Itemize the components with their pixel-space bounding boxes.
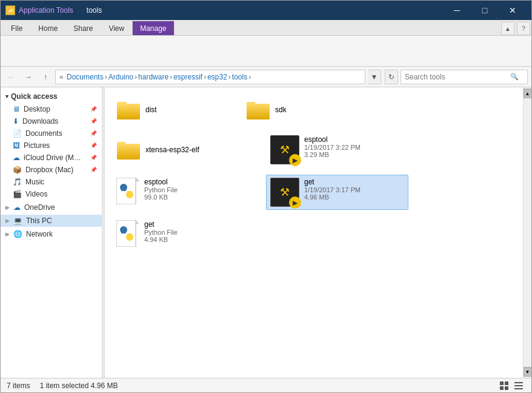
svg-rect-13: [121, 186, 126, 191]
search-icon: 🔍: [510, 73, 519, 81]
help-button[interactable]: ?: [517, 22, 530, 35]
file-info-get-tool: get 1/19/2017 3:17 PM 4.96 MB: [304, 178, 361, 201]
file-item-dist[interactable]: dist: [112, 95, 227, 125]
python-icon-get: [116, 220, 139, 247]
svg-rect-21: [500, 381, 504, 385]
sidebar-item-desktop[interactable]: 🖥 Desktop 📌: [1, 103, 102, 115]
search-box[interactable]: 🔍: [401, 70, 528, 84]
titlebar-title: tools: [87, 6, 102, 15]
folder-icon-sdk: [246, 98, 270, 122]
sidebar-music-label: Music: [25, 178, 44, 186]
dropbox-icon: 📦: [13, 166, 22, 174]
statusbar: 7 items 1 item selected 4.96 MB: [1, 378, 531, 392]
large-icon-view-btn[interactable]: [497, 379, 511, 392]
file-zone: dist sdk: [105, 87, 523, 378]
close-button[interactable]: ✕: [499, 1, 527, 20]
file-name-esptool-tool: esptool: [304, 135, 361, 144]
file-info-dist: dist: [145, 106, 157, 114]
up-button[interactable]: ↑: [38, 70, 53, 84]
file-size-get-py: 4.94 KB: [144, 236, 178, 243]
tab-view[interactable]: View: [101, 21, 132, 35]
sidebar: ▾ Quick access 🖥 Desktop 📌 ⬇ Downloads 📌…: [1, 87, 102, 378]
details-view-btn[interactable]: [512, 379, 525, 392]
sidebar-item-onedrive[interactable]: ▶ ☁ OneDrive: [1, 201, 102, 213]
titlebar-controls: ─ □ ✕: [443, 1, 527, 20]
search-input[interactable]: [405, 73, 508, 81]
tab-manage[interactable]: Manage: [132, 21, 174, 35]
svg-rect-24: [505, 386, 508, 390]
documents-icon: 📄: [13, 129, 22, 138]
svg-rect-15: [116, 220, 136, 247]
file-name-sdk: sdk: [275, 106, 287, 114]
sidebar-item-thispc[interactable]: ▶ 💻 This PC: [1, 215, 102, 227]
pin-icon-5: 📌: [90, 155, 97, 161]
pin-icon-3: 📌: [90, 130, 97, 136]
svg-rect-26: [514, 385, 523, 386]
scroll-up-btn[interactable]: ▲: [524, 89, 532, 98]
selection-info: 1 item selected 4.96 MB: [40, 381, 118, 390]
scrollbar[interactable]: ▲ ▼: [523, 87, 531, 378]
sidebar-section-onedrive: ▶ ☁ OneDrive: [1, 201, 102, 213]
path-esp32[interactable]: esp32: [207, 73, 227, 81]
sidebar-item-videos[interactable]: 🎬 Videos: [1, 188, 102, 200]
main-area: ▾ Quick access 🖥 Desktop 📌 ⬇ Downloads 📌…: [1, 87, 531, 378]
file-name-esptool-py: esptool: [144, 178, 178, 186]
path-hardware[interactable]: hardware: [138, 73, 168, 81]
sidebar-dropbox-label: Dropbox (Mac): [25, 166, 73, 174]
address-bar[interactable]: « Documents › Arduino › hardware › espre…: [55, 70, 365, 84]
svg-rect-22: [505, 381, 508, 385]
refresh-button[interactable]: ↻: [385, 70, 398, 84]
address-dropdown[interactable]: ▼: [368, 70, 381, 84]
tab-file[interactable]: File: [3, 21, 30, 35]
svg-marker-16: [136, 220, 139, 224]
file-item-esptool-py[interactable]: esptool Python File 99.0 KB: [112, 175, 251, 210]
sidebar-item-pictures[interactable]: 🖼 Pictures 📌: [1, 139, 102, 152]
file-date-esptool-tool: 1/19/2017 3:22 PM: [304, 144, 361, 151]
sidebar-item-network[interactable]: ▶ 🌐 Network: [1, 228, 102, 240]
titlebar-ribbon-label: Application Tools: [19, 6, 73, 15]
item-count: 7 items: [7, 381, 30, 390]
sidebar-videos-label: Videos: [25, 190, 47, 198]
svg-rect-27: [514, 388, 523, 389]
file-item-get-tool[interactable]: ⚒ ▶ get 1/19/2017 3:17 PM 4.96 MB: [266, 175, 408, 210]
path-tools[interactable]: tools: [232, 73, 247, 81]
sidebar-item-dropbox[interactable]: 📦 Dropbox (Mac) 📌: [1, 164, 102, 176]
file-info-get-py: get Python File 4.94 KB: [144, 220, 178, 243]
file-item-xtensa[interactable]: xtensa-esp32-elf: [112, 132, 251, 167]
sidebar-item-documents[interactable]: 📄 Documents 📌: [1, 127, 102, 139]
minimize-button[interactable]: ─: [443, 1, 471, 20]
thispc-icon: 💻: [13, 217, 22, 225]
ribbon-collapse-btn[interactable]: ▲: [501, 22, 514, 35]
svg-rect-19: [121, 229, 126, 233]
svg-rect-25: [514, 382, 523, 383]
tab-share[interactable]: Share: [65, 21, 101, 35]
file-size-esptool-py: 99.0 KB: [144, 193, 178, 201]
file-name-dist: dist: [145, 106, 157, 114]
scroll-down-btn[interactable]: ▼: [524, 367, 532, 377]
file-item-esptool-tool[interactable]: ⚒ ▶ esptool 1/19/2017 3:22 PM 3.29 MB: [266, 132, 405, 167]
sidebar-section-quick-access: ▾ Quick access 🖥 Desktop 📌 ⬇ Downloads 📌…: [1, 90, 102, 200]
sidebar-quick-access-header[interactable]: ▾ Quick access: [1, 90, 102, 103]
svg-rect-5: [247, 104, 270, 119]
path-documents[interactable]: Documents: [67, 73, 104, 81]
back-button[interactable]: ←: [4, 70, 19, 84]
addressbar: ← → ↑ « Documents › Arduino › hardware ›…: [1, 67, 531, 87]
file-info-esptool-tool: esptool 1/19/2017 3:22 PM 3.29 MB: [304, 135, 361, 158]
path-espressif[interactable]: espressif: [173, 73, 202, 81]
maximize-button[interactable]: □: [471, 1, 499, 20]
file-item-get-py[interactable]: get Python File 4.94 KB: [112, 217, 251, 250]
file-type-esptool-py: Python File: [144, 186, 178, 193]
sidebar-desktop-label: Desktop: [24, 105, 50, 113]
svg-rect-8: [116, 178, 136, 204]
file-item-sdk[interactable]: sdk: [242, 95, 357, 125]
file-name-get-tool: get: [304, 178, 361, 186]
sidebar-item-icloud[interactable]: ☁ iCloud Drive (Ma… 📌: [1, 152, 102, 164]
sidebar-item-music[interactable]: 🎵 Music: [1, 176, 102, 188]
file-info-xtensa: xtensa-esp32-elf: [145, 146, 199, 154]
statusbar-right: [497, 379, 525, 392]
svg-marker-10: [136, 178, 139, 181]
forward-button[interactable]: →: [21, 70, 36, 84]
sidebar-item-downloads[interactable]: ⬇ Downloads 📌: [1, 115, 102, 127]
tab-home[interactable]: Home: [30, 21, 65, 35]
path-arduino[interactable]: Arduino: [108, 73, 133, 81]
